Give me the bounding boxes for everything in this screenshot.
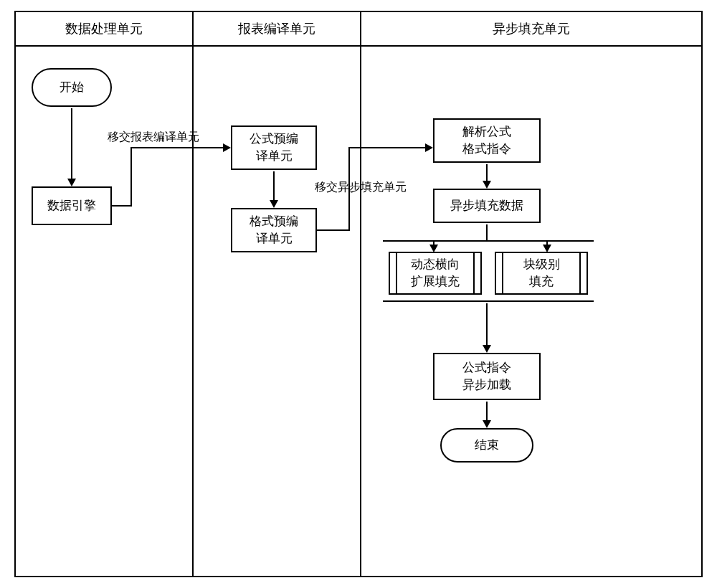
arrow-fill-to-split bbox=[486, 224, 488, 240]
arrowhead-start-to-engine bbox=[67, 179, 76, 186]
format-precompile-label: 格式预编 译单元 bbox=[250, 213, 298, 247]
dynamic-horizontal-label: 动态横向 扩展填充 bbox=[411, 256, 460, 290]
connector-format-right bbox=[317, 229, 350, 231]
arrow-parse-to-fill bbox=[486, 164, 488, 182]
arrowhead-formula-to-format bbox=[270, 200, 278, 208]
formula-precompile-label: 公式预编 译单元 bbox=[250, 131, 298, 165]
lane-compile: 移交报表编译单元 公式预编 译单元 格式预编 译单元 bbox=[194, 47, 361, 576]
lane-2-title: 报表编译单元 bbox=[238, 20, 315, 37]
arrowhead-load-to-end bbox=[483, 420, 491, 428]
formula-precompile-node: 公式预编 译单元 bbox=[231, 125, 317, 170]
formula-async-load-label: 公式指令 异步加载 bbox=[462, 359, 511, 394]
data-engine-label: 数据引擎 bbox=[47, 197, 96, 214]
connector-engine-right-1 bbox=[112, 205, 132, 207]
arrow-load-to-end bbox=[486, 402, 488, 422]
block-level-fill-label: 块级别 填充 bbox=[523, 256, 560, 290]
start-node: 开始 bbox=[32, 68, 112, 107]
lane-async-fill: 移交异步填充单元 解析公式 格式指令 异步填充数据 动态横向 扩展填充 块级别 … bbox=[361, 47, 701, 576]
arrowhead-parse-to-fill bbox=[483, 181, 491, 189]
async-fill-data-node: 异步填充数据 bbox=[433, 189, 541, 223]
lane-3-title: 异步填充单元 bbox=[493, 20, 570, 37]
connector-to-parse bbox=[348, 147, 426, 148]
data-engine-node: 数据引擎 bbox=[32, 186, 112, 225]
swimlane-diagram: 数据处理单元 报表编译单元 异步填充单元 开始 数据引擎 移交报表编译单元 公式… bbox=[14, 11, 703, 577]
dynamic-horizontal-node: 动态横向 扩展填充 bbox=[389, 252, 482, 295]
lane-1-title: 数据处理单元 bbox=[65, 20, 143, 37]
connector-to-formula-precompile bbox=[130, 147, 224, 148]
connector-engine-up bbox=[130, 147, 132, 207]
arrowhead-to-parse bbox=[425, 143, 433, 152]
arrow-formula-to-format bbox=[273, 171, 275, 201]
end-node: 结束 bbox=[440, 428, 533, 463]
arrowhead-to-formula-precompile bbox=[223, 143, 231, 152]
lane-header-3: 异步填充单元 bbox=[361, 12, 701, 45]
lane-header-1: 数据处理单元 bbox=[16, 12, 194, 45]
arrow-merge-to-load bbox=[486, 303, 488, 346]
label-to-compile: 移交报表编译单元 bbox=[108, 130, 199, 145]
format-precompile-node: 格式预编 译单元 bbox=[231, 208, 317, 252]
end-label: 结束 bbox=[475, 437, 499, 454]
lane-bodies: 开始 数据引擎 移交报表编译单元 公式预编 译单元 格式预编 译单元 bbox=[16, 47, 701, 576]
formula-async-load-node: 公式指令 异步加载 bbox=[433, 353, 541, 400]
lane-data-processing: 开始 数据引擎 bbox=[16, 47, 194, 576]
start-label: 开始 bbox=[60, 79, 84, 96]
parse-formula-format-node: 解析公式 格式指令 bbox=[433, 118, 541, 163]
lane-header-2: 报表编译单元 bbox=[194, 12, 361, 45]
lane-headers: 数据处理单元 报表编译单元 异步填充单元 bbox=[16, 12, 701, 47]
async-fill-data-label: 异步填充数据 bbox=[450, 197, 523, 214]
arrowhead-merge-to-load bbox=[483, 345, 491, 353]
parse-formula-format-label: 解析公式 格式指令 bbox=[462, 123, 511, 158]
block-level-fill-node: 块级别 填充 bbox=[495, 252, 588, 295]
arrow-start-to-engine bbox=[71, 108, 72, 180]
label-to-async: 移交异步填充单元 bbox=[315, 180, 407, 195]
